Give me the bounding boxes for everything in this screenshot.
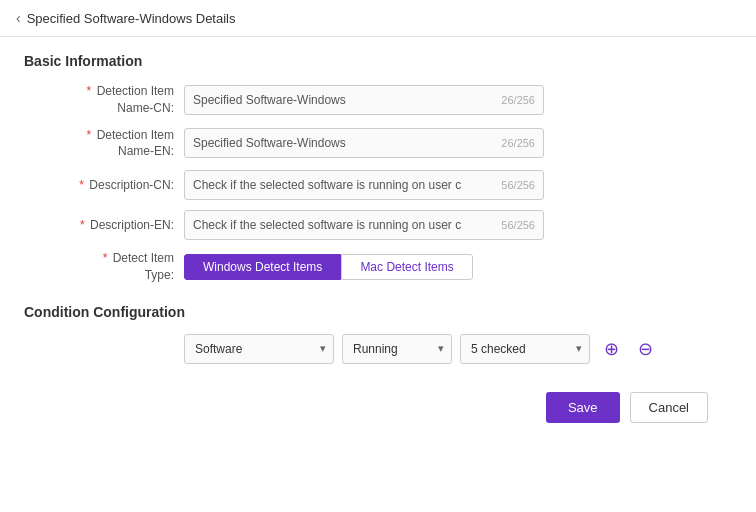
checked-select-wrapper: 5 checked	[460, 334, 590, 364]
running-select-wrapper: Running	[342, 334, 452, 364]
running-select[interactable]: Running	[342, 334, 452, 364]
add-condition-button[interactable]: ⊕	[598, 336, 624, 362]
label-desc-cn: * Description-CN:	[24, 177, 184, 194]
field-desc-cn: * Description-CN: 56/256	[24, 170, 732, 200]
windows-detect-items-button[interactable]: Windows Detect Items	[184, 254, 341, 280]
field-name-cn: * Detection Item Name-CN: 26/256	[24, 83, 732, 117]
char-count-desc-en: 56/256	[497, 219, 535, 231]
label-detect-type: * Detect Item Type:	[24, 250, 184, 284]
input-desc-cn-field[interactable]	[193, 178, 497, 192]
label-name-cn: * Detection Item Name-CN:	[24, 83, 184, 117]
condition-config-title: Condition Configuration	[24, 304, 732, 320]
software-select[interactable]: Software	[184, 334, 334, 364]
required-star: *	[87, 84, 92, 98]
required-star-5: *	[103, 251, 108, 265]
char-count-name-en: 26/256	[497, 137, 535, 149]
input-name-cn[interactable]: 26/256	[184, 85, 544, 115]
label-name-en: * Detection Item Name-EN:	[24, 127, 184, 161]
remove-condition-button[interactable]: ⊖	[632, 336, 658, 362]
page-title: Specified Software-Windows Details	[27, 11, 236, 26]
remove-icon: ⊖	[638, 338, 653, 360]
add-icon: ⊕	[604, 338, 619, 360]
input-desc-cn[interactable]: 56/256	[184, 170, 544, 200]
input-desc-en[interactable]: 56/256	[184, 210, 544, 240]
basic-info-title: Basic Information	[24, 53, 732, 69]
label-desc-en: * Description-EN:	[24, 217, 184, 234]
char-count-name-cn: 26/256	[497, 94, 535, 106]
input-name-en[interactable]: 26/256	[184, 128, 544, 158]
cancel-button[interactable]: Cancel	[630, 392, 708, 423]
field-desc-en: * Description-EN: 56/256	[24, 210, 732, 240]
required-star-2: *	[87, 128, 92, 142]
footer: Save Cancel	[24, 380, 732, 435]
back-icon[interactable]: ‹	[16, 10, 21, 26]
field-detect-type: * Detect Item Type: Windows Detect Items…	[24, 250, 732, 284]
detect-type-buttons: Windows Detect Items Mac Detect Items	[184, 254, 473, 280]
input-desc-en-field[interactable]	[193, 218, 497, 232]
mac-detect-items-button[interactable]: Mac Detect Items	[341, 254, 472, 280]
condition-config-section: Condition Configuration Software Running…	[24, 304, 732, 364]
field-name-en: * Detection Item Name-EN: 26/256	[24, 127, 732, 161]
input-name-cn-field[interactable]	[193, 93, 497, 107]
char-count-desc-cn: 56/256	[497, 179, 535, 191]
save-button[interactable]: Save	[546, 392, 620, 423]
page-header: ‹ Specified Software-Windows Details	[0, 0, 756, 37]
software-select-wrapper: Software	[184, 334, 334, 364]
required-star-3: *	[79, 178, 84, 192]
condition-row: Software Running 5 checked ⊕ ⊖	[24, 334, 732, 364]
checked-select[interactable]: 5 checked	[460, 334, 590, 364]
required-star-4: *	[80, 218, 85, 232]
input-name-en-field[interactable]	[193, 136, 497, 150]
main-content: Basic Information * Detection Item Name-…	[0, 37, 756, 507]
